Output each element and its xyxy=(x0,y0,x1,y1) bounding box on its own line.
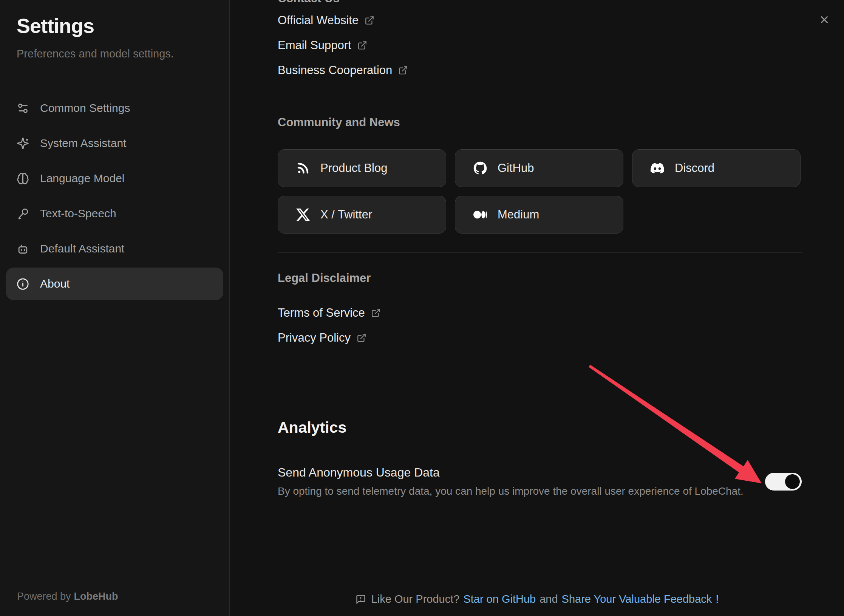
feedback-bubble-icon xyxy=(356,594,366,605)
star-on-github-link[interactable]: Star on GitHub xyxy=(463,593,536,605)
sidebar-item-common-settings[interactable]: Common Settings xyxy=(6,92,223,124)
sidebar-item-label: Default Assistant xyxy=(40,242,124,255)
telemetry-setting-text: Send Anonymous Usage Data By opting to s… xyxy=(278,463,750,500)
discord-button[interactable]: Discord xyxy=(632,149,801,187)
external-link-icon xyxy=(357,40,367,50)
button-label: Discord xyxy=(675,161,714,175)
sidebar-item-label: Text-to-Speech xyxy=(40,207,116,220)
telemetry-setting-row: Send Anonymous Usage Data By opting to s… xyxy=(278,463,802,500)
medium-icon xyxy=(473,208,487,221)
page-title: Settings xyxy=(0,14,229,38)
discord-icon xyxy=(651,161,664,175)
x-twitter-button[interactable]: X / Twitter xyxy=(278,196,446,234)
sparkles-icon xyxy=(17,137,29,150)
business-cooperation-link[interactable]: Business Cooperation xyxy=(278,58,802,83)
button-label: Medium xyxy=(498,208,539,221)
community-buttons: Product Blog GitHub Discord X / Twitter … xyxy=(278,149,802,234)
about-panel: Contact Us Official Website Email Suppor… xyxy=(230,0,844,616)
telemetry-setting-label: Send Anonymous Usage Data xyxy=(278,463,750,481)
sidebar-item-label: Language Model xyxy=(40,172,125,185)
page-subtitle: Preferences and model settings. xyxy=(0,48,229,60)
official-website-link[interactable]: Official Website xyxy=(278,8,802,33)
footer-suffix: ! xyxy=(716,593,719,605)
close-button[interactable] xyxy=(816,11,833,28)
external-link-icon xyxy=(357,333,366,343)
external-link-icon xyxy=(365,15,374,25)
github-icon xyxy=(473,161,487,175)
settings-modal: Settings Preferences and model settings.… xyxy=(0,0,844,616)
sidebar-item-text-to-speech[interactable]: Text-to-Speech xyxy=(6,197,223,230)
privacy-policy-link[interactable]: Privacy Policy xyxy=(278,325,802,350)
main-footer: Like Our Product? Star on GitHub and Sha… xyxy=(230,593,844,605)
button-label: Product Blog xyxy=(320,161,388,175)
link-text: Terms of Service xyxy=(278,306,365,320)
close-icon xyxy=(819,14,830,25)
sidebar-nav: Common Settings System Assistant Languag… xyxy=(0,92,229,300)
toggle-knob xyxy=(785,474,800,489)
sidebar-item-language-model[interactable]: Language Model xyxy=(6,162,223,195)
powered-by: Powered byLobeHub xyxy=(17,591,118,602)
footer-conjunction: and xyxy=(539,593,558,605)
telemetry-toggle[interactable] xyxy=(765,473,802,491)
sidebar-item-system-assistant[interactable]: System Assistant xyxy=(6,127,223,159)
powered-by-text: Powered by xyxy=(17,591,71,602)
divider xyxy=(278,252,802,253)
divider xyxy=(278,454,802,454)
brand-lobehub: LobeHub xyxy=(74,591,118,602)
bot-icon xyxy=(17,243,29,255)
sliders-icon xyxy=(17,102,29,115)
link-text: Email Support xyxy=(278,39,351,52)
legal-section-title: Legal Disclaimer xyxy=(278,270,802,286)
x-twitter-icon xyxy=(296,208,310,221)
button-label: X / Twitter xyxy=(320,208,372,221)
external-link-icon xyxy=(371,308,381,318)
link-text: Official Website xyxy=(278,14,359,27)
telemetry-setting-description: By opting to send telemetry data, you ca… xyxy=(278,483,750,500)
github-button[interactable]: GitHub xyxy=(455,149,623,187)
button-label: GitHub xyxy=(498,161,534,175)
link-text: Privacy Policy xyxy=(278,331,351,345)
sidebar-item-default-assistant[interactable]: Default Assistant xyxy=(6,232,223,265)
contact-links: Official Website Email Support Business … xyxy=(278,8,802,83)
info-icon xyxy=(17,278,29,290)
mic-icon xyxy=(17,207,29,220)
analytics-section-title: Analytics xyxy=(278,417,802,438)
external-link-icon xyxy=(398,65,408,75)
email-support-link[interactable]: Email Support xyxy=(278,33,802,58)
footer-prefix: Like Our Product? xyxy=(371,593,460,605)
sidebar-item-label: System Assistant xyxy=(40,137,126,150)
sidebar: Settings Preferences and model settings.… xyxy=(0,0,230,616)
legal-links: Terms of Service Privacy Policy xyxy=(278,300,802,350)
rss-icon xyxy=(296,161,310,175)
sidebar-item-label: About xyxy=(40,277,70,290)
link-text: Business Cooperation xyxy=(278,63,392,77)
community-section-title: Community and News xyxy=(278,114,802,131)
sidebar-item-about[interactable]: About xyxy=(6,268,223,300)
brain-icon xyxy=(17,172,29,185)
medium-button[interactable]: Medium xyxy=(455,196,623,234)
divider xyxy=(278,97,802,97)
terms-of-service-link[interactable]: Terms of Service xyxy=(278,300,802,325)
product-blog-button[interactable]: Product Blog xyxy=(278,149,446,187)
sidebar-item-label: Common Settings xyxy=(40,102,130,115)
share-feedback-link[interactable]: Share Your Valuable Feedback xyxy=(562,593,712,605)
